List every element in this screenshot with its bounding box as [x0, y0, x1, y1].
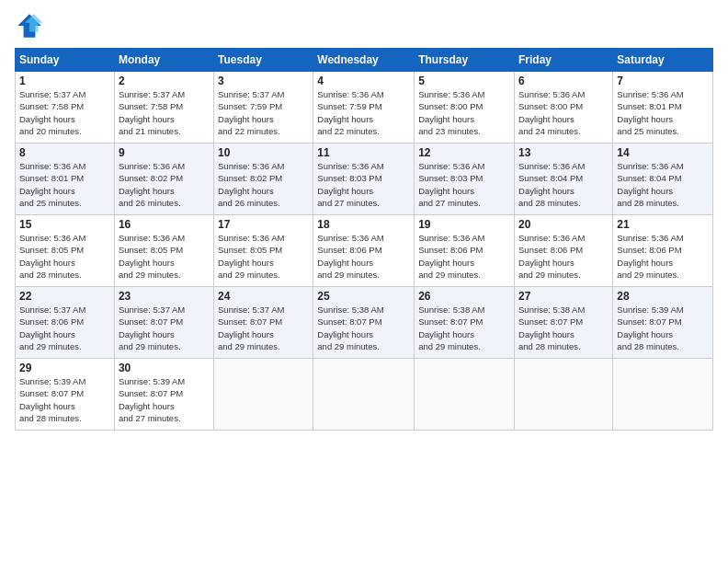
week-row-2: 8 Sunrise: 5:36 AMSunset: 8:01 PMDayligh… — [16, 144, 713, 215]
calendar-cell — [613, 359, 713, 431]
calendar-cell: 3 Sunrise: 5:37 AMSunset: 7:59 PMDayligh… — [214, 72, 313, 144]
day-number: 18 — [317, 218, 410, 231]
day-info: Sunrise: 5:36 AMSunset: 8:00 PMDaylight … — [518, 89, 585, 136]
calendar-cell: 30 Sunrise: 5:39 AMSunset: 8:07 PMDaylig… — [114, 359, 213, 431]
calendar-cell: 13 Sunrise: 5:36 AMSunset: 8:04 PMDaylig… — [515, 144, 613, 215]
day-number: 9 — [119, 146, 210, 159]
header-row: SundayMondayTuesdayWednesdayThursdayFrid… — [16, 49, 713, 72]
day-number: 12 — [418, 146, 510, 159]
day-info: Sunrise: 5:36 AMSunset: 8:04 PMDaylight … — [518, 161, 585, 208]
week-row-1: 1 Sunrise: 5:37 AMSunset: 7:58 PMDayligh… — [16, 72, 713, 144]
calendar-cell — [515, 359, 613, 431]
day-header-friday: Friday — [515, 49, 613, 72]
day-info: Sunrise: 5:37 AMSunset: 7:58 PMDaylight … — [119, 89, 185, 136]
calendar-cell: 29 Sunrise: 5:39 AMSunset: 8:07 PMDaylig… — [16, 359, 115, 431]
day-info: Sunrise: 5:36 AMSunset: 8:00 PMDaylight … — [418, 89, 484, 136]
day-info: Sunrise: 5:36 AMSunset: 8:05 PMDaylight … — [218, 233, 284, 280]
calendar-cell — [214, 359, 313, 431]
day-number: 1 — [19, 75, 110, 87]
day-number: 23 — [119, 290, 210, 303]
day-number: 25 — [317, 290, 410, 303]
day-number: 29 — [19, 362, 110, 374]
day-info: Sunrise: 5:37 AMSunset: 7:59 PMDaylight … — [218, 89, 284, 136]
day-number: 28 — [617, 290, 709, 303]
calendar-cell: 12 Sunrise: 5:36 AMSunset: 8:03 PMDaylig… — [415, 144, 515, 215]
calendar-cell: 8 Sunrise: 5:36 AMSunset: 8:01 PMDayligh… — [16, 144, 115, 215]
calendar-cell: 19 Sunrise: 5:36 AMSunset: 8:06 PMDaylig… — [415, 215, 515, 287]
day-header-tuesday: Tuesday — [214, 49, 313, 72]
day-number: 22 — [19, 290, 110, 303]
day-info: Sunrise: 5:36 AMSunset: 8:06 PMDaylight … — [617, 233, 683, 280]
calendar-cell: 24 Sunrise: 5:37 AMSunset: 8:07 PMDaylig… — [214, 287, 313, 359]
logo — [15, 11, 48, 40]
day-number: 7 — [617, 75, 709, 87]
calendar-cell: 6 Sunrise: 5:36 AMSunset: 8:00 PMDayligh… — [515, 72, 613, 144]
day-number: 8 — [19, 146, 110, 159]
day-info: Sunrise: 5:37 AMSunset: 7:58 PMDaylight … — [19, 89, 85, 136]
day-number: 24 — [218, 290, 309, 303]
day-info: Sunrise: 5:39 AMSunset: 8:07 PMDaylight … — [19, 376, 85, 423]
day-number: 10 — [218, 146, 309, 159]
calendar-cell: 26 Sunrise: 5:38 AMSunset: 8:07 PMDaylig… — [415, 287, 515, 359]
day-number: 3 — [218, 75, 309, 87]
calendar-cell: 28 Sunrise: 5:39 AMSunset: 8:07 PMDaylig… — [613, 287, 713, 359]
calendar-cell: 1 Sunrise: 5:37 AMSunset: 7:58 PMDayligh… — [16, 72, 115, 144]
day-number: 16 — [119, 218, 210, 231]
calendar-cell: 9 Sunrise: 5:36 AMSunset: 8:02 PMDayligh… — [114, 144, 213, 215]
calendar-cell: 25 Sunrise: 5:38 AMSunset: 8:07 PMDaylig… — [313, 287, 415, 359]
day-number: 14 — [617, 146, 709, 159]
day-info: Sunrise: 5:36 AMSunset: 8:04 PMDaylight … — [617, 161, 683, 208]
day-header-monday: Monday — [114, 49, 213, 72]
day-header-wednesday: Wednesday — [313, 49, 415, 72]
calendar-cell: 4 Sunrise: 5:36 AMSunset: 7:59 PMDayligh… — [313, 72, 415, 144]
day-number: 4 — [317, 75, 410, 87]
day-header-saturday: Saturday — [613, 49, 713, 72]
page: SundayMondayTuesdayWednesdayThursdayFrid… — [0, 0, 728, 563]
calendar-cell: 10 Sunrise: 5:36 AMSunset: 8:02 PMDaylig… — [214, 144, 313, 215]
day-info: Sunrise: 5:39 AMSunset: 8:07 PMDaylight … — [617, 304, 683, 351]
day-info: Sunrise: 5:37 AMSunset: 8:07 PMDaylight … — [218, 304, 284, 351]
day-info: Sunrise: 5:36 AMSunset: 7:59 PMDaylight … — [317, 89, 383, 136]
week-row-5: 29 Sunrise: 5:39 AMSunset: 8:07 PMDaylig… — [16, 359, 713, 431]
calendar-cell: 14 Sunrise: 5:36 AMSunset: 8:04 PMDaylig… — [613, 144, 713, 215]
day-info: Sunrise: 5:36 AMSunset: 8:05 PMDaylight … — [19, 233, 85, 280]
day-number: 19 — [418, 218, 510, 231]
day-number: 21 — [617, 218, 709, 231]
day-header-thursday: Thursday — [415, 49, 515, 72]
day-info: Sunrise: 5:38 AMSunset: 8:07 PMDaylight … — [317, 304, 383, 351]
calendar-cell: 5 Sunrise: 5:36 AMSunset: 8:00 PMDayligh… — [415, 72, 515, 144]
day-number: 17 — [218, 218, 309, 231]
day-info: Sunrise: 5:36 AMSunset: 8:06 PMDaylight … — [418, 233, 484, 280]
calendar-cell: 16 Sunrise: 5:36 AMSunset: 8:05 PMDaylig… — [114, 215, 213, 287]
calendar-cell: 2 Sunrise: 5:37 AMSunset: 7:58 PMDayligh… — [114, 72, 213, 144]
day-info: Sunrise: 5:38 AMSunset: 8:07 PMDaylight … — [518, 304, 585, 351]
calendar-cell: 17 Sunrise: 5:36 AMSunset: 8:05 PMDaylig… — [214, 215, 313, 287]
day-number: 15 — [19, 218, 110, 231]
calendar-cell: 7 Sunrise: 5:36 AMSunset: 8:01 PMDayligh… — [613, 72, 713, 144]
calendar-cell — [415, 359, 515, 431]
calendar-table: SundayMondayTuesdayWednesdayThursdayFrid… — [15, 48, 713, 431]
week-row-3: 15 Sunrise: 5:36 AMSunset: 8:05 PMDaylig… — [16, 215, 713, 287]
calendar-cell: 23 Sunrise: 5:37 AMSunset: 8:07 PMDaylig… — [114, 287, 213, 359]
logo-icon — [15, 11, 44, 40]
day-info: Sunrise: 5:36 AMSunset: 8:01 PMDaylight … — [19, 161, 85, 208]
day-number: 26 — [418, 290, 510, 303]
day-info: Sunrise: 5:37 AMSunset: 8:07 PMDaylight … — [119, 304, 185, 351]
day-number: 30 — [119, 362, 210, 374]
calendar-cell: 20 Sunrise: 5:36 AMSunset: 8:06 PMDaylig… — [515, 215, 613, 287]
day-number: 6 — [518, 75, 609, 87]
day-info: Sunrise: 5:36 AMSunset: 8:06 PMDaylight … — [518, 233, 585, 280]
calendar-cell: 15 Sunrise: 5:36 AMSunset: 8:05 PMDaylig… — [16, 215, 115, 287]
day-number: 27 — [518, 290, 609, 303]
calendar-cell: 11 Sunrise: 5:36 AMSunset: 8:03 PMDaylig… — [313, 144, 415, 215]
day-number: 5 — [418, 75, 510, 87]
day-info: Sunrise: 5:36 AMSunset: 8:02 PMDaylight … — [119, 161, 185, 208]
calendar-cell: 27 Sunrise: 5:38 AMSunset: 8:07 PMDaylig… — [515, 287, 613, 359]
calendar-cell: 21 Sunrise: 5:36 AMSunset: 8:06 PMDaylig… — [613, 215, 713, 287]
header — [15, 11, 713, 40]
day-info: Sunrise: 5:38 AMSunset: 8:07 PMDaylight … — [418, 304, 484, 351]
day-info: Sunrise: 5:36 AMSunset: 8:01 PMDaylight … — [617, 89, 683, 136]
day-info: Sunrise: 5:36 AMSunset: 8:05 PMDaylight … — [119, 233, 185, 280]
day-number: 13 — [518, 146, 609, 159]
day-info: Sunrise: 5:36 AMSunset: 8:03 PMDaylight … — [418, 161, 484, 208]
